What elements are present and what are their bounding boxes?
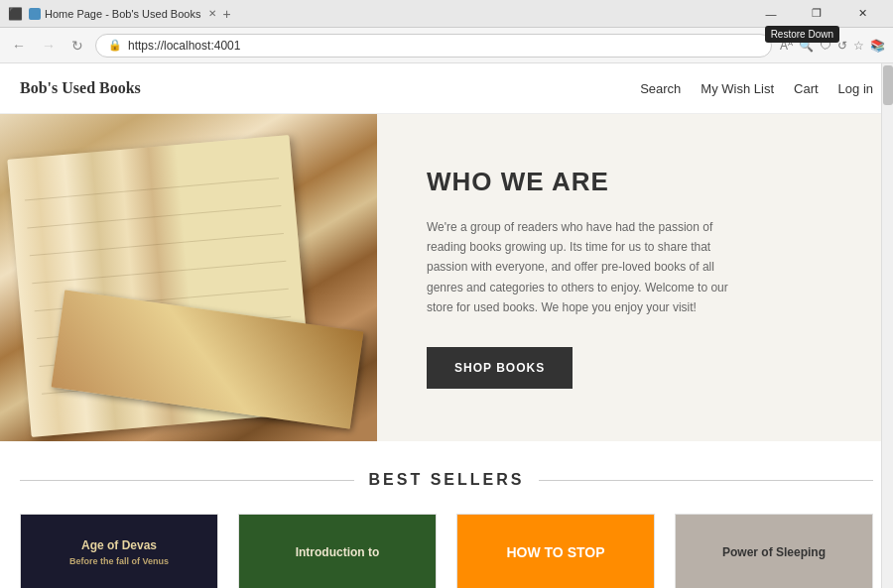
book-title-2: Introduction to — [296, 545, 380, 559]
book-title-1: Age of Devas — [69, 538, 169, 552]
scrollbar[interactable] — [881, 63, 893, 588]
refresh-button[interactable]: ↻ — [67, 36, 87, 56]
restore-down-tooltip: Restore Down — [765, 26, 839, 43]
hero-title: WHO WE ARE — [427, 167, 843, 197]
url-text: https://localhost:4001 — [128, 39, 240, 53]
tab-title: Home Page - Bob's Used Books — [45, 8, 200, 20]
website-content: Bob's Used Books Search My Wish List Car… — [0, 63, 893, 588]
nav-login[interactable]: Log in — [838, 81, 873, 96]
site-nav: Bob's Used Books Search My Wish List Car… — [0, 63, 893, 114]
book-card-4[interactable]: Power of Sleeping — [675, 514, 873, 588]
bestsellers-section: BEST SELLERS Age of Devas Before the fal… — [0, 441, 893, 588]
book-subtitle-1: Before the fall of Venus — [69, 556, 169, 566]
address-bar-row: ← → ↻ 🔒 https://localhost:4001 Aᴬ 🔍 🛡 ↺ … — [0, 28, 893, 63]
minimize-button[interactable]: — — [748, 0, 794, 28]
hero-image — [0, 114, 377, 441]
book-cover-1: Age of Devas Before the fall of Venus — [21, 515, 217, 588]
nav-cart[interactable]: Cart — [794, 81, 819, 96]
book-cover-3: HOW TO STOP — [457, 515, 654, 588]
address-input[interactable]: 🔒 https://localhost:4001 — [95, 34, 772, 58]
hero-description: We're a group of readers who have had th… — [427, 217, 744, 318]
restore-button[interactable]: ❐ Restore Down — [794, 0, 839, 28]
bestsellers-title: BEST SELLERS — [20, 471, 873, 489]
book-cover-2: Introduction to — [239, 515, 436, 588]
book-grid: Age of Devas Before the fall of Venus In… — [20, 514, 873, 588]
hero-content: WHO WE ARE We're a group of readers who … — [377, 114, 893, 441]
back-button[interactable]: ← — [8, 36, 30, 56]
forward-button[interactable]: → — [38, 36, 60, 56]
lock-icon: 🔒 — [108, 39, 122, 52]
shop-books-button[interactable]: SHOP BOOKS — [427, 347, 573, 389]
book-card-1[interactable]: Age of Devas Before the fall of Venus — [20, 514, 218, 588]
book-title-3: HOW TO STOP — [506, 544, 604, 560]
book-title-4: Power of Sleeping — [722, 545, 826, 559]
book-card-3[interactable]: HOW TO STOP — [456, 514, 655, 588]
nav-wishlist[interactable]: My Wish List — [701, 81, 774, 96]
nav-search[interactable]: Search — [640, 81, 681, 96]
browser-icon: ⬛ — [8, 7, 23, 21]
book-photo — [0, 114, 377, 441]
tab-close-icon[interactable]: ✕ — [208, 8, 216, 19]
book-cover-4: Power of Sleeping — [676, 515, 872, 588]
tab-favicon — [29, 8, 41, 20]
star-icon[interactable]: ☆ — [853, 39, 864, 53]
title-bar: ⬛ Home Page - Bob's Used Books ✕ + — ❐ R… — [0, 0, 893, 28]
book-card-2[interactable]: Introduction to — [238, 514, 437, 588]
new-tab-button[interactable]: + — [222, 6, 230, 22]
nav-links: Search My Wish List Cart Log in — [640, 81, 873, 96]
collection-icon[interactable]: 📚 — [870, 39, 885, 53]
hero-section: WHO WE ARE We're a group of readers who … — [0, 114, 893, 441]
site-logo: Bob's Used Books — [20, 79, 141, 97]
close-button[interactable]: ✕ — [839, 0, 885, 28]
scrollbar-thumb[interactable] — [883, 65, 893, 105]
